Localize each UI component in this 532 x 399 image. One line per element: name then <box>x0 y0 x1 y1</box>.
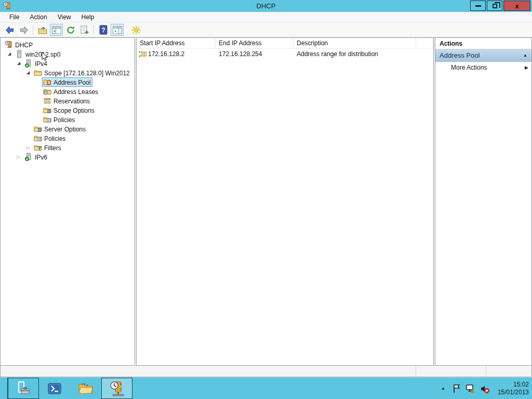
minimize-button[interactable] <box>470 1 486 11</box>
list-body: 172.16.128.2172.16.128.254Address range … <box>137 49 433 365</box>
clock-date: 15/01/2013 <box>498 389 529 396</box>
tree: DHCP◢win2012.sp0◢IPv4◢Scope [172.16.128.… <box>0 37 135 366</box>
actions-pane: Actions Address Pool ▲ More Actions ▶ <box>435 37 532 366</box>
tree-item-win2012-sp0[interactable]: ◢win2012.sp0 <box>1 49 135 59</box>
column-header-start-ip-address[interactable]: Start IP Address <box>137 38 216 48</box>
toggle-action-pane-button[interactable] <box>111 24 124 36</box>
expanded-icon[interactable]: ◢ <box>14 59 23 68</box>
tree-item-address-leases[interactable]: Address Leases <box>1 87 135 96</box>
export-list-button[interactable] <box>78 24 91 36</box>
actions-section-address-pool[interactable]: Address Pool ▲ <box>435 49 531 62</box>
tree-item-label: Address Leases <box>54 88 98 96</box>
tree-item-label: Filters <box>44 144 61 152</box>
tree-item-label: DHCP <box>15 41 33 49</box>
tree-item-ipv4[interactable]: ◢IPv4 <box>1 59 135 68</box>
tree-item-label: Policies <box>54 116 75 124</box>
folder-gear-icon <box>43 106 51 114</box>
grid-icon <box>43 97 51 105</box>
tree-item-ipv6[interactable]: ▷IPv6 <box>1 152 135 162</box>
cell-value: Address range for distribution <box>297 50 378 58</box>
action-center-flag-icon[interactable] <box>451 383 462 394</box>
help-icon: ? <box>99 25 108 35</box>
actions-pane-title: Actions <box>435 38 531 49</box>
folder-scroll-icon <box>43 115 51 124</box>
ip-range-icon <box>138 50 147 58</box>
column-header-description[interactable]: Description <box>294 38 416 48</box>
status-bar-message <box>1 366 416 377</box>
volume-muted-icon[interactable] <box>480 383 490 394</box>
tree-item-label: win2012.sp0 <box>25 50 60 58</box>
taskbar-clock[interactable]: 15:02 15/01/2013 <box>498 380 529 396</box>
server-check-icon <box>24 153 33 161</box>
collapsed-icon[interactable]: ▷ <box>23 143 33 152</box>
folder-gear-icon <box>34 125 42 133</box>
back-button[interactable] <box>3 24 16 36</box>
main-content: DHCP◢win2012.sp0◢IPv4◢Scope [172.16.128.… <box>0 37 532 366</box>
menu-item-help[interactable]: Help <box>76 12 100 22</box>
tree-item-policies[interactable]: Policies <box>1 115 135 124</box>
folder-clock-icon <box>43 87 51 96</box>
tree-item-filters[interactable]: ▷Filters <box>1 143 135 152</box>
column-header-filler <box>416 38 433 48</box>
more-actions-item[interactable]: More Actions ▶ <box>435 62 531 73</box>
taskbar-powershell-button[interactable] <box>39 378 70 399</box>
server-check-icon <box>24 59 33 68</box>
refresh-button[interactable] <box>64 24 77 36</box>
export-folder-button[interactable] <box>36 24 49 36</box>
clock-time: 15:02 <box>498 381 529 389</box>
tree-item-content: Scope Options <box>42 105 97 115</box>
tree-item-server-options[interactable]: Server Options <box>1 124 135 134</box>
menu-item-view[interactable]: View <box>52 12 76 22</box>
cell-description: Address range for distribution <box>294 50 416 58</box>
column-header-end-ip-address[interactable]: End IP Address <box>216 38 294 48</box>
forward-button[interactable] <box>17 24 30 36</box>
title-bar: DHCP x <box>0 0 532 12</box>
network-warning-icon[interactable] <box>466 383 476 394</box>
menu-item-action[interactable]: Action <box>24 12 52 22</box>
list-view: Start IP AddressEnd IP AddressDescriptio… <box>136 37 434 366</box>
tree-item-label: Scope Options <box>54 107 95 114</box>
tree-item-label: Reservations <box>54 97 90 105</box>
expanded-icon[interactable]: ◢ <box>23 68 33 77</box>
folder-icon <box>34 69 42 77</box>
menu-bar: FileActionViewHelp <box>0 12 532 23</box>
toggle-console-tree-icon <box>51 25 62 35</box>
start-corner[interactable] <box>0 378 8 399</box>
taskbar-dhcp-button[interactable] <box>101 378 132 399</box>
tree-item-scope-options[interactable]: Scope Options <box>1 105 135 115</box>
tray-expand-icon[interactable]: ▲ <box>441 386 445 391</box>
folder-book-icon <box>43 78 51 86</box>
tree-item-label: Scope [172.16.128.0] Win2012 <box>44 69 130 77</box>
list-row[interactable]: 172.16.128.2172.16.128.254Address range … <box>137 49 433 59</box>
status-bar-cell <box>486 366 531 377</box>
toggle-action-pane-icon <box>112 25 123 35</box>
tree-item-content: IPv6 <box>23 152 49 162</box>
forward-icon <box>19 25 29 35</box>
tree-item-policies[interactable]: Policies <box>1 134 135 143</box>
taskbar-server-manager-button[interactable] <box>8 378 39 399</box>
toolbar-separator <box>94 25 94 35</box>
close-icon: x <box>515 2 518 10</box>
server-manager-icon <box>15 380 32 397</box>
tree-item-scope-172-16-128-0-win2012[interactable]: ◢Scope [172.16.128.0] Win2012 <box>1 68 135 77</box>
tree-item-dhcp[interactable]: DHCP <box>1 40 135 49</box>
tree-item-reservations[interactable]: Reservations <box>1 96 135 105</box>
menu-item-file[interactable]: File <box>4 12 24 22</box>
toggle-console-tree-button[interactable] <box>50 24 63 36</box>
tree-item-label: IPv4 <box>35 60 47 68</box>
tree-item-content: IPv4 <box>23 59 49 68</box>
restore-button[interactable] <box>487 1 502 11</box>
expanded-icon[interactable]: ◢ <box>5 49 14 59</box>
dhcp-icon <box>5 41 13 49</box>
window-title: DHCP <box>0 2 532 10</box>
restore-icon <box>493 4 497 8</box>
collapse-icon[interactable]: ▲ <box>523 53 527 58</box>
cell-start-ip-address: 172.16.128.2 <box>137 50 216 58</box>
new-item-button[interactable] <box>129 24 142 36</box>
help-button[interactable]: ? <box>97 24 110 36</box>
taskbar-file-explorer-button[interactable] <box>70 378 101 399</box>
file-explorer-icon <box>77 380 94 397</box>
collapsed-icon[interactable]: ▷ <box>14 152 23 162</box>
close-button[interactable]: x <box>503 1 530 11</box>
tree-item-address-pool[interactable]: Address Pool <box>1 77 135 87</box>
